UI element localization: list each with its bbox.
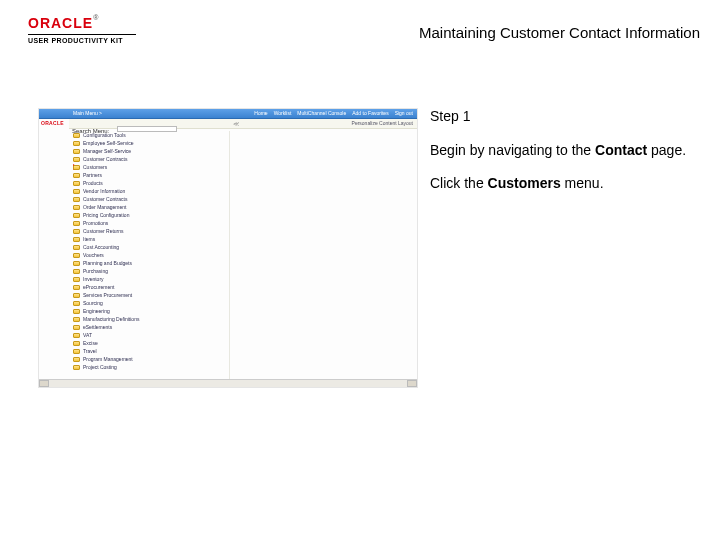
shot-top-nav-links: Home Worklist MultiChannel Console Add t… bbox=[254, 110, 413, 116]
menu-item-label: Customers bbox=[83, 164, 107, 170]
menu-item[interactable]: eProcurement bbox=[73, 283, 237, 291]
nav-multichannel-link[interactable]: MultiChannel Console bbox=[297, 110, 346, 116]
folder-icon bbox=[73, 341, 80, 346]
menu-item[interactable]: Pricing Configuration bbox=[73, 211, 237, 219]
menu-item[interactable]: Excise bbox=[73, 339, 237, 347]
folder-icon bbox=[73, 365, 80, 370]
nav-signout-link[interactable]: Sign out bbox=[395, 110, 413, 116]
menu-item-label: Services Procurement bbox=[83, 292, 132, 298]
menu-item-label: Sourcing bbox=[83, 300, 103, 306]
menu-item[interactable]: Vouchers bbox=[73, 251, 237, 259]
folder-icon bbox=[73, 165, 80, 170]
menu-item-label: Vendor Information bbox=[83, 188, 125, 194]
menu-item[interactable]: Engineering bbox=[73, 307, 237, 315]
menu-item[interactable]: Services Procurement bbox=[73, 291, 237, 299]
menu-item-label: Products bbox=[83, 180, 103, 186]
instr2-bold: Customers bbox=[488, 175, 561, 191]
instr1-post: page. bbox=[647, 142, 686, 158]
brand-logo: ORACLE® USER PRODUCTIVITY KIT bbox=[28, 14, 136, 44]
menu-item-label: Manager Self-Service bbox=[83, 148, 131, 154]
menu-item-label: eProcurement bbox=[83, 284, 114, 290]
menu-item[interactable]: Configuration Tools bbox=[73, 131, 237, 139]
menu-item[interactable]: Program Management bbox=[73, 355, 237, 363]
menu-item-label: Project Costing bbox=[83, 364, 117, 370]
menu-item[interactable]: Items bbox=[73, 235, 237, 243]
folder-icon bbox=[73, 309, 80, 314]
menu-item[interactable]: Manager Self-Service bbox=[73, 147, 237, 155]
menu-item[interactable]: Customer Contracts bbox=[73, 195, 237, 203]
menu-item-label: Vouchers bbox=[83, 252, 104, 258]
shot-top-nav-bar: Main Menu > Home Worklist MultiChannel C… bbox=[39, 109, 417, 119]
main-menu-list: Configuration ToolsEmployee Self-Service… bbox=[73, 131, 237, 377]
folder-icon bbox=[73, 141, 80, 146]
nav-worklist-link[interactable]: Worklist bbox=[274, 110, 292, 116]
instr1-bold: Contact bbox=[595, 142, 647, 158]
nav-favorites-link[interactable]: Add to Favorites bbox=[352, 110, 388, 116]
menu-item-customers[interactable]: Customers bbox=[73, 163, 237, 171]
brand-word: ORACLE bbox=[28, 15, 93, 31]
menu-item[interactable]: eSettlements bbox=[73, 323, 237, 331]
shot-breadcrumb[interactable]: Main Menu > bbox=[73, 110, 102, 116]
folder-icon bbox=[73, 301, 80, 306]
menu-item[interactable]: Project Costing bbox=[73, 363, 237, 371]
menu-item-label: Manufacturing Definitions bbox=[83, 316, 139, 322]
menu-item-label: Customer Contracts bbox=[83, 156, 127, 162]
shot-horizontal-scrollbar[interactable] bbox=[39, 379, 417, 387]
menu-item[interactable]: Products bbox=[73, 179, 237, 187]
menu-item[interactable]: Employee Self-Service bbox=[73, 139, 237, 147]
menu-item[interactable]: Order Management bbox=[73, 203, 237, 211]
folder-icon bbox=[73, 357, 80, 362]
menu-item[interactable]: Promotions bbox=[73, 219, 237, 227]
menu-item[interactable]: Inventory bbox=[73, 275, 237, 283]
menu-item-label: Promotions bbox=[83, 220, 108, 226]
instr2-pre: Click the bbox=[430, 175, 488, 191]
folder-icon bbox=[73, 205, 80, 210]
menu-item[interactable]: Partners bbox=[73, 171, 237, 179]
nav-home-link[interactable]: Home bbox=[254, 110, 267, 116]
menu-item-label: Order Management bbox=[83, 204, 126, 210]
folder-icon bbox=[73, 285, 80, 290]
menu-item[interactable]: VAT bbox=[73, 331, 237, 339]
embedded-screenshot: Main Menu > Home Worklist MultiChannel C… bbox=[38, 108, 418, 388]
menu-item[interactable]: Purchasing bbox=[73, 267, 237, 275]
instr1-pre: Begin by navigating to the bbox=[430, 142, 595, 158]
brand-underline bbox=[28, 34, 136, 35]
menu-item[interactable]: Travel bbox=[73, 347, 237, 355]
personalize-links[interactable]: Personalize Content Layout bbox=[352, 120, 413, 126]
folder-icon bbox=[73, 173, 80, 178]
step-label: Step 1 bbox=[430, 108, 700, 126]
folder-icon bbox=[73, 237, 80, 242]
folder-icon bbox=[73, 325, 80, 330]
folder-icon bbox=[73, 293, 80, 298]
collapse-menu-icon[interactable]: ≪ bbox=[233, 120, 239, 127]
menu-item[interactable]: Customer Contracts bbox=[73, 155, 237, 163]
menu-item[interactable]: Manufacturing Definitions bbox=[73, 315, 237, 323]
shot-brand-mini: ORACLE bbox=[41, 120, 64, 126]
folder-icon bbox=[73, 245, 80, 250]
folder-icon bbox=[73, 277, 80, 282]
shot-search-row: Search Menu: ≪ Personalize Content Layou… bbox=[69, 119, 417, 129]
instruction-line-2: Click the Customers menu. bbox=[430, 175, 700, 193]
menu-item[interactable]: Sourcing bbox=[73, 299, 237, 307]
menu-item-label: Planning and Budgets bbox=[83, 260, 132, 266]
folder-icon bbox=[73, 349, 80, 354]
menu-item[interactable]: Customer Returns bbox=[73, 227, 237, 235]
menu-item[interactable]: Planning and Budgets bbox=[73, 259, 237, 267]
product-line-label: USER PRODUCTIVITY KIT bbox=[28, 37, 136, 44]
scroll-right-button[interactable] bbox=[407, 380, 417, 387]
menu-item-label: Cost Accounting bbox=[83, 244, 119, 250]
folder-icon bbox=[73, 149, 80, 154]
scroll-left-button[interactable] bbox=[39, 380, 49, 387]
menu-item-label: VAT bbox=[83, 332, 92, 338]
folder-icon bbox=[73, 133, 80, 138]
menu-item[interactable]: Cost Accounting bbox=[73, 243, 237, 251]
menu-item[interactable]: Vendor Information bbox=[73, 187, 237, 195]
menu-item-label: Partners bbox=[83, 172, 102, 178]
instruction-line-1: Begin by navigating to the Contact page. bbox=[430, 142, 700, 160]
folder-icon bbox=[73, 229, 80, 234]
folder-icon bbox=[73, 157, 80, 162]
menu-item-label: Purchasing bbox=[83, 268, 108, 274]
menu-item-label: Customer Returns bbox=[83, 228, 124, 234]
folder-icon bbox=[73, 269, 80, 274]
menu-item-label: Program Management bbox=[83, 356, 133, 362]
